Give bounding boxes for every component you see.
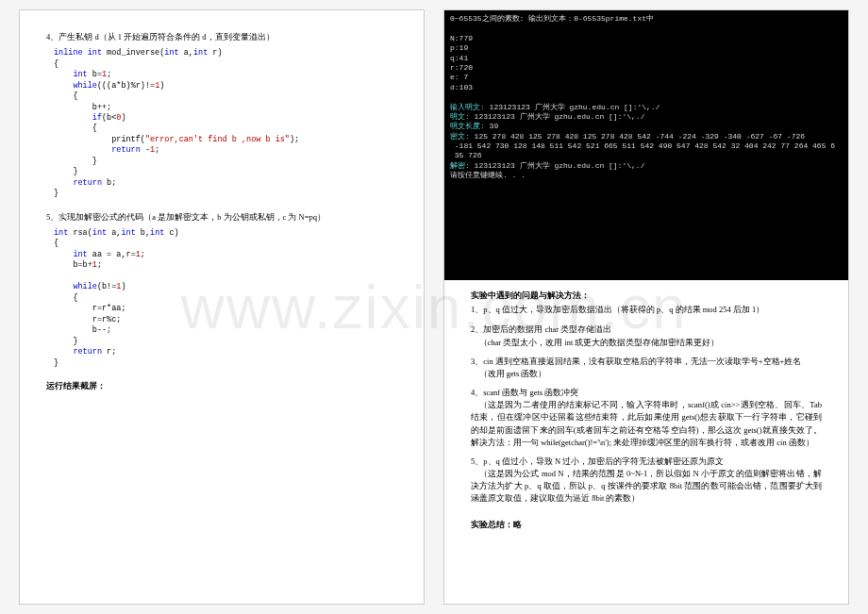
term-line: 39 bbox=[490, 122, 499, 130]
term-line: 请按任意键继续. . . bbox=[450, 171, 526, 179]
term-line: 125 278 428 125 278 428 125 278 428 542 … bbox=[475, 132, 805, 141]
term-line: r:720 bbox=[450, 63, 473, 72]
issue-2-a: 2、加密后的数据用 char 类型存储溢出 bbox=[471, 324, 822, 336]
code-block-mod-inverse: inline int mod_inverse(int a,int r) { in… bbox=[54, 48, 397, 200]
run-result-title: 运行结果截屏： bbox=[46, 380, 397, 392]
term-line: 123123123 广州大学 gzhu.edu.cn []:'\,./ bbox=[490, 103, 660, 111]
section-5: 5、实现加解密公式的代码（a 是加解密文本，b 为公钥或私钥，c 为 N=pq）… bbox=[46, 211, 397, 369]
term-label: 明文: bbox=[450, 112, 475, 121]
term-line: 35 726 bbox=[450, 151, 482, 159]
issue-2: 2、加密后的数据用 char 类型存储溢出 （char 类型太小，改用 int … bbox=[471, 324, 822, 348]
term-line: 123123123 广州大学 gzhu.edu.cn []:'\,./ bbox=[475, 112, 645, 121]
section-4: 4、产生私钥 d（从 1 开始遍历符合条件的 d，直到变量溢出） inline … bbox=[46, 31, 397, 200]
term-label: 解密: bbox=[450, 161, 475, 170]
issue-3: 3、cin 遇到空格直接返回结果，没有获取空格后的字符串，无法一次读取学号+空格… bbox=[471, 356, 822, 380]
term-line: p:19 bbox=[450, 43, 468, 52]
issues-title: 实验中遇到的问题与解决方法： bbox=[471, 290, 822, 302]
issue-1: 1、p、q 值过大，导致加密后数据溢出（将获得的 p、q 的结果 mod 254… bbox=[471, 304, 822, 316]
term-line: N:779 bbox=[450, 34, 473, 42]
code-block-rsa: int rsa(int a,int b,int c) { int aa = a,… bbox=[54, 228, 397, 369]
issue-4-a: 4、scanf 函数与 gets 函数冲突 bbox=[471, 387, 822, 399]
summary: 实验总结：略 bbox=[471, 519, 822, 531]
term-line: d:103 bbox=[450, 83, 473, 91]
term-line: 0~65535之间的素数: 输出到文本：0-65535prime.txt中 bbox=[450, 14, 654, 23]
term-line: q:41 bbox=[450, 54, 468, 62]
issue-3-a: 3、cin 遇到空格直接返回结果，没有获取空格后的字符串，无法一次读取学号+空格… bbox=[471, 356, 822, 368]
issue-4-b: （这是因为二者使用的结束标记不同，输入字符串时，scanf()或 cin>>遇到… bbox=[471, 399, 822, 449]
section-5-title: 5、实现加解密公式的代码（a 是加解密文本，b 为公钥或私钥，c 为 N=pq） bbox=[46, 211, 397, 224]
term-line: e: 7 bbox=[450, 73, 468, 81]
term-line: 123123123 广州大学 gzhu.edu.cn []:'\,./ bbox=[475, 161, 645, 170]
issue-4: 4、scanf 函数与 gets 函数冲突 （这是因为二者使用的结束标记不同，输… bbox=[471, 387, 822, 449]
section-4-title: 4、产生私钥 d（从 1 开始遍历符合条件的 d，直到变量溢出） bbox=[46, 31, 397, 43]
issue-2-b: （char 类型太小，改用 int 或更大的数据类型存储加密结果更好） bbox=[471, 337, 822, 349]
term-label: 密文: bbox=[450, 132, 475, 141]
terminal-output: 0~65535之间的素数: 输出到文本：0-65535prime.txt中 N:… bbox=[444, 10, 848, 280]
issue-5: 5、p、q 值过小，导致 N 过小，加密后的字符无法被解密还原为原文 （这是因为… bbox=[471, 456, 822, 506]
page-right: 0~65535之间的素数: 输出到文本：0-65535prime.txt中 N:… bbox=[443, 9, 849, 605]
term-label: 明文长度: bbox=[450, 122, 490, 130]
issue-3-b: （改用 gets 函数） bbox=[471, 368, 822, 380]
page-left: 4、产生私钥 d（从 1 开始遍历符合条件的 d，直到变量溢出） inline … bbox=[19, 9, 425, 605]
issue-5-a: 5、p、q 值过小，导致 N 过小，加密后的字符无法被解密还原为原文 bbox=[471, 456, 822, 468]
issue-5-b: （这是因为公式 mod N，结果的范围是 0~N-1，所以假如 N 小于原文的值… bbox=[471, 468, 822, 506]
term-line: -181 542 730 128 148 511 542 521 665 511… bbox=[450, 141, 835, 150]
term-label: 输入明文: bbox=[450, 103, 490, 111]
